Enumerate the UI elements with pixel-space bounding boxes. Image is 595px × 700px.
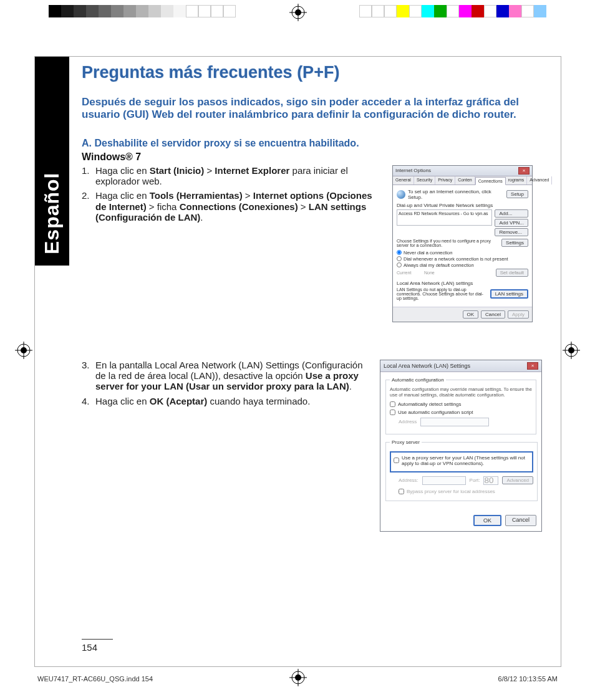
ok-button[interactable]: OK	[463, 310, 479, 319]
close-icon[interactable]: ×	[518, 167, 530, 175]
tab-content[interactable]: Conten	[455, 176, 475, 185]
instruction-list-2: 3. En la pantalla Local Area Network (LA…	[82, 360, 370, 406]
checkbox-use-proxy[interactable]	[394, 458, 399, 463]
add-vpn-button[interactable]: Add VPN...	[495, 219, 528, 227]
footer-timestamp: 6/8/12 10:13:55 AM	[498, 675, 558, 683]
radio-never-dial[interactable]	[397, 250, 402, 255]
apply-button[interactable]: Apply	[508, 310, 529, 319]
window-title: Internet Options	[395, 168, 431, 173]
page-frame: Español Preguntas más frecuentes (P+F) D…	[34, 56, 561, 667]
set-default-button[interactable]: Set default	[496, 269, 528, 277]
radio-always-dial[interactable]	[397, 262, 402, 267]
tab-advanced[interactable]: Advanced	[527, 176, 552, 185]
vpn-list[interactable]: Access RD Network Resources - Go to vpn.…	[397, 209, 492, 226]
proxy-port-input[interactable]	[483, 476, 498, 485]
os-heading: Windows® 7	[82, 151, 548, 163]
group-dialup-label: Dial-up and Virtual Private Network sett…	[397, 203, 528, 208]
language-tab: Español	[35, 57, 69, 266]
tab-programs[interactable]: rograms	[506, 176, 528, 185]
step-a-heading: A. Deshabilite el servidor proxy si se e…	[82, 138, 548, 149]
ok-button[interactable]: OK	[473, 515, 501, 526]
settings-hint: Choose Settings if you need to configure…	[397, 239, 499, 247]
registration-mark-left	[15, 342, 32, 359]
list-item: 1. Haga clic en Start (Inicio) > Interne…	[82, 165, 382, 187]
screenshot-internet-options: Internet Options × General Security Priv…	[392, 165, 533, 322]
tab-general[interactable]: General	[393, 176, 414, 185]
setup-button[interactable]: Setup	[506, 190, 528, 198]
address-input[interactable]	[420, 418, 489, 426]
checkbox-auto-script[interactable]	[390, 410, 395, 415]
list-item: 4. Haga clic en OK (Aceptar) cuando haya…	[82, 396, 370, 406]
registration-mark-right	[563, 342, 580, 359]
group-automatic-config: Automatic configuration Automatic config…	[385, 377, 536, 434]
lan-hint: LAN Settings do not apply to dial-up con…	[397, 287, 488, 300]
window-title: Local Area Network (LAN) Settings	[384, 363, 470, 369]
auto-config-text: Automatic configuration may override man…	[390, 386, 532, 398]
proxy-address-input[interactable]	[422, 476, 466, 485]
print-footer: WEU7417_RT-AC66U_QSG.indd 154 6/8/12 10:…	[37, 675, 558, 683]
footer-filename: WEU7417_RT-AC66U_QSG.indd 154	[37, 675, 153, 683]
advanced-button[interactable]: Advanced	[502, 476, 533, 484]
group-lan-label: Local Area Network (LAN) settings	[397, 280, 528, 286]
instruction-list-1: 1. Haga clic en Start (Inicio) > Interne…	[82, 165, 382, 223]
intro-question: Después de seguir los pasos indicados, s…	[82, 96, 548, 122]
tab-connections[interactable]: Connections	[475, 177, 506, 185]
lan-settings-button[interactable]: LAN settings	[490, 289, 528, 299]
registration-mark-top	[289, 4, 307, 21]
radio-dial-when-no-net[interactable]	[397, 256, 402, 261]
remove-button[interactable]: Remove...	[495, 228, 528, 236]
tab-security[interactable]: Security	[414, 176, 435, 185]
setup-text: To set up an Internet connection, click …	[408, 189, 504, 200]
content-area: Preguntas más frecuentes (P+F) Después d…	[82, 63, 548, 532]
globe-icon	[397, 190, 405, 199]
tab-privacy[interactable]: Privacy	[435, 176, 455, 185]
checkbox-auto-detect[interactable]	[390, 401, 395, 407]
close-icon[interactable]: ×	[527, 362, 538, 370]
print-color-bar	[49, 5, 236, 17]
list-item: 3. En la pantalla Local Area Network (LA…	[82, 360, 370, 392]
page-number: 154	[82, 639, 113, 653]
checkbox-bypass-local[interactable]	[399, 489, 404, 494]
screenshot-lan-settings: Local Area Network (LAN) Settings × Auto…	[380, 360, 542, 532]
vpn-list-entry[interactable]: Access RD Network Resources - Go to vpn.…	[399, 211, 488, 224]
list-item: 2. Haga clic en Tools (Herramientas) > I…	[82, 190, 382, 223]
cancel-button[interactable]: Cancel	[505, 515, 536, 526]
tab-strip: General Security Privacy Conten Connecti…	[393, 176, 532, 185]
page-title: Preguntas más frecuentes (P+F)	[82, 63, 548, 82]
print-color-bar-right	[359, 5, 546, 17]
group-proxy-server: Proxy server Use a proxy server for your…	[385, 439, 538, 501]
settings-button[interactable]: Settings	[501, 239, 528, 247]
cancel-button[interactable]: Cancel	[481, 310, 505, 319]
add-button[interactable]: Add...	[495, 209, 528, 218]
